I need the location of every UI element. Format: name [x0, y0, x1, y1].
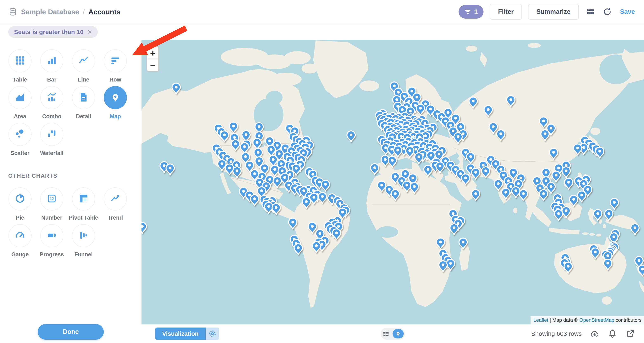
breadcrumb-separator: /: [83, 8, 85, 16]
area-chart-icon: [15, 92, 25, 103]
visualization-settings-button[interactable]: [206, 327, 219, 340]
filter-button[interactable]: Filter: [490, 4, 522, 20]
bar-chart-icon: [46, 55, 57, 67]
table-view-button[interactable]: [380, 330, 391, 337]
chart-type-waterfall[interactable]: Waterfall: [36, 123, 68, 160]
funnel-chart-icon: [78, 230, 89, 241]
download-results-icon[interactable]: [590, 329, 600, 338]
pie-chart-icon: [15, 193, 25, 204]
leaflet-link[interactable]: Leaflet: [534, 317, 548, 323]
openstreetmap-link[interactable]: OpenStreetMap: [580, 317, 614, 323]
gauge-chart-icon: [15, 230, 25, 241]
funnel-icon: [464, 8, 471, 15]
combo-chart-icon: [46, 92, 57, 103]
chart-type-pivot-table[interactable]: Pivot Table: [68, 187, 100, 224]
map-attribution: Leaflet | Map data © OpenStreetMap contr…: [530, 316, 644, 324]
filter-chip-label: Seats is greater than 10: [14, 29, 84, 36]
attribution-text: | Map data ©: [548, 317, 580, 323]
breadcrumb: Sample Database / Accounts: [8, 7, 120, 16]
gear-icon: [208, 330, 216, 338]
remove-filter-icon[interactable]: ×: [88, 28, 92, 36]
breadcrumb-table[interactable]: Accounts: [88, 8, 120, 16]
chart-type-funnel[interactable]: Funnel: [68, 224, 100, 261]
pivot-table-icon: [78, 193, 89, 204]
map-view-pin-icon: [395, 331, 401, 336]
breadcrumb-database[interactable]: Sample Database: [21, 8, 79, 16]
svg-text:12: 12: [50, 197, 54, 201]
chart-type-bar[interactable]: Bar: [36, 49, 68, 86]
top-header: Sample Database / Accounts 1 Filter Summ…: [0, 0, 644, 24]
zoom-out-button[interactable]: −: [147, 59, 158, 71]
summarize-button[interactable]: Summarize: [528, 4, 578, 20]
chart-type-sidebar: Table Bar Line Row: [0, 40, 142, 343]
chart-type-table[interactable]: Table: [4, 49, 36, 86]
chart-type-combo[interactable]: Combo: [36, 86, 68, 123]
world-map-svg: [142, 40, 644, 324]
chart-type-row[interactable]: Row: [100, 49, 131, 86]
number-chart-icon: 12: [46, 193, 57, 204]
detail-document-icon: [78, 92, 89, 103]
chart-type-map[interactable]: Map: [100, 86, 131, 123]
waterfall-chart-icon: [46, 129, 57, 140]
active-filters-pill[interactable]: 1: [458, 5, 484, 19]
chart-type-gauge[interactable]: Gauge: [4, 224, 36, 261]
map-visualization[interactable]: + − Leaflet | Map data © OpenStreetMap c…: [142, 40, 644, 324]
filter-chip[interactable]: Seats is greater than 10 ×: [8, 26, 98, 38]
map-view-button[interactable]: [392, 329, 404, 338]
visualization-button[interactable]: Visualization: [155, 327, 206, 340]
alerts-bell-icon[interactable]: [608, 329, 617, 338]
zoom-in-button[interactable]: +: [147, 47, 158, 59]
map-zoom-control: + −: [146, 46, 159, 72]
line-chart-icon: [78, 55, 89, 67]
chart-type-line[interactable]: Line: [68, 49, 100, 86]
map-pin-icon: [110, 92, 121, 103]
scatter-chart-icon: [15, 129, 25, 140]
refresh-icon[interactable]: [602, 7, 613, 17]
chart-type-progress[interactable]: Progress: [36, 224, 68, 261]
attribution-suffix: contributors: [614, 317, 642, 323]
row-count: Showing 603 rows: [531, 330, 582, 337]
table-map-toggle: [380, 328, 405, 340]
done-button[interactable]: Done: [38, 324, 104, 340]
bottom-toolbar: Visualization: [142, 324, 644, 343]
database-icon: [8, 7, 17, 16]
table-chart-icon: [15, 55, 25, 67]
chart-type-scatter[interactable]: Scatter: [4, 123, 36, 160]
active-filters-count: 1: [474, 8, 478, 16]
table-view-icon: [383, 330, 389, 337]
save-button[interactable]: Save: [620, 8, 635, 16]
notebook-editor-icon[interactable]: [585, 7, 596, 17]
chart-type-pie[interactable]: Pie: [4, 187, 36, 224]
progress-bar-icon: [46, 230, 57, 241]
share-external-icon[interactable]: [626, 329, 635, 338]
chart-type-area[interactable]: Area: [4, 86, 36, 123]
other-charts-heading: OTHER CHARTS: [8, 173, 142, 179]
chart-type-detail[interactable]: Detail: [68, 86, 100, 123]
trend-arrow-icon: [110, 193, 120, 204]
chart-type-number[interactable]: 12 Number: [36, 187, 68, 224]
chart-type-trend[interactable]: Trend: [100, 187, 131, 224]
filter-bar: Seats is greater than 10 ×: [0, 24, 644, 40]
row-chart-icon: [110, 55, 120, 67]
